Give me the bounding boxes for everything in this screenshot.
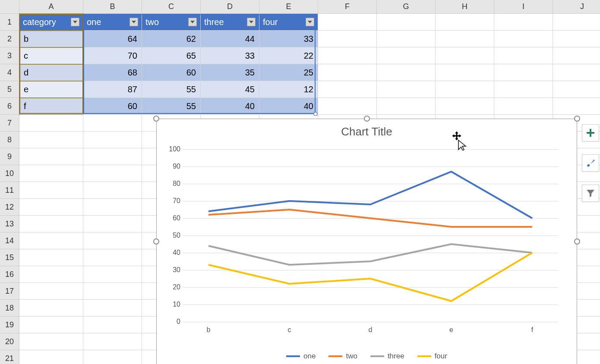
cell[interactable]	[83, 266, 142, 283]
cell[interactable]: 60	[142, 64, 201, 81]
cell[interactable]	[19, 283, 83, 300]
cell[interactable]	[377, 31, 436, 47]
cell[interactable]	[83, 115, 142, 132]
cell[interactable]	[377, 98, 436, 115]
cell[interactable]	[318, 64, 377, 81]
cell[interactable]	[83, 199, 142, 216]
row-header-4[interactable]: 4	[0, 64, 19, 81]
cell[interactable]: category	[19, 14, 83, 31]
cell[interactable]	[377, 47, 436, 64]
cell[interactable]	[377, 64, 436, 81]
chart-handle[interactable]	[574, 238, 580, 245]
cell[interactable]	[553, 64, 600, 81]
col-header-I[interactable]: I	[494, 0, 553, 14]
cell[interactable]	[494, 31, 553, 47]
cell[interactable]: 33	[201, 47, 259, 64]
row-header-2[interactable]: 2	[0, 31, 19, 47]
chart-handle[interactable]	[153, 116, 159, 122]
cell[interactable]: c	[19, 47, 83, 64]
cell[interactable]	[436, 81, 494, 98]
cell[interactable]	[83, 182, 142, 199]
chart-title[interactable]: Chart Title	[157, 119, 577, 138]
cell[interactable]: 35	[201, 64, 259, 81]
cell[interactable]	[553, 98, 600, 115]
series-line-two[interactable]	[208, 210, 532, 227]
cell[interactable]	[83, 165, 142, 182]
filter-dropdown-button[interactable]	[188, 18, 197, 26]
cell[interactable]	[19, 266, 83, 283]
cell[interactable]: 62	[142, 31, 201, 47]
cell[interactable]: one	[83, 14, 142, 31]
cell[interactable]	[19, 182, 83, 199]
cell[interactable]	[494, 14, 553, 31]
chart-legend[interactable]: onetwothreefour	[157, 352, 577, 361]
row-header-10[interactable]: 10	[0, 165, 19, 182]
cell[interactable]: 65	[142, 47, 201, 64]
chart-filters-button[interactable]	[582, 185, 599, 202]
cell[interactable]	[83, 132, 142, 148]
cell[interactable]	[19, 300, 83, 317]
cell[interactable]	[83, 333, 142, 350]
cell[interactable]	[494, 81, 553, 98]
series-line-three[interactable]	[208, 244, 532, 265]
row-header-17[interactable]: 17	[0, 283, 19, 300]
cell[interactable]: three	[201, 14, 259, 31]
legend-item-four[interactable]: four	[417, 352, 447, 361]
cell[interactable]	[318, 81, 377, 98]
cell[interactable]	[436, 98, 494, 115]
col-header-H[interactable]: H	[436, 0, 494, 14]
cell[interactable]	[19, 333, 83, 350]
cell[interactable]: 55	[142, 98, 201, 115]
cell[interactable]	[83, 232, 142, 249]
cell[interactable]: four	[259, 14, 318, 31]
cell[interactable]	[83, 148, 142, 165]
chart-elements-button[interactable]	[582, 124, 599, 141]
cell[interactable]: b	[19, 31, 83, 47]
chart-handle[interactable]	[574, 116, 580, 122]
row-header-19[interactable]: 19	[0, 317, 19, 333]
cell[interactable]	[19, 165, 83, 182]
cell[interactable]: 68	[83, 64, 142, 81]
cell[interactable]	[19, 350, 83, 364]
select-all-corner[interactable]	[0, 0, 19, 14]
col-header-B[interactable]: B	[83, 0, 142, 14]
cell[interactable]: 87	[83, 81, 142, 98]
cell[interactable]	[19, 216, 83, 232]
col-header-D[interactable]: D	[201, 0, 259, 14]
cell[interactable]: 22	[259, 47, 318, 64]
col-header-J[interactable]: J	[553, 0, 600, 14]
legend-item-one[interactable]: one	[286, 352, 316, 361]
chart-styles-button[interactable]	[582, 154, 599, 172]
cell[interactable]	[553, 81, 600, 98]
cell[interactable]: 64	[83, 31, 142, 47]
cell[interactable]	[83, 317, 142, 333]
legend-item-two[interactable]: two	[328, 352, 357, 361]
row-header-5[interactable]: 5	[0, 81, 19, 98]
cell[interactable]	[318, 47, 377, 64]
col-header-G[interactable]: G	[377, 0, 436, 14]
filter-dropdown-button[interactable]	[71, 18, 79, 26]
legend-item-three[interactable]: three	[370, 352, 404, 361]
row-header-7[interactable]: 7	[0, 115, 19, 132]
row-header-3[interactable]: 3	[0, 47, 19, 64]
cell[interactable]	[377, 14, 436, 31]
cell[interactable]	[553, 14, 600, 31]
series-line-four[interactable]	[208, 253, 532, 301]
cell[interactable]: d	[19, 64, 83, 81]
chart-plot-area[interactable]	[183, 149, 558, 322]
col-header-A[interactable]: A	[19, 0, 83, 14]
cell[interactable]: 40	[259, 98, 318, 115]
col-header-F[interactable]: F	[318, 0, 377, 14]
filter-dropdown-button[interactable]	[247, 18, 256, 26]
cell[interactable]	[494, 64, 553, 81]
cell[interactable]: 44	[201, 31, 259, 47]
cell[interactable]	[83, 249, 142, 266]
chart-handle[interactable]	[153, 238, 159, 245]
cell[interactable]: 33	[259, 31, 318, 47]
row-header-11[interactable]: 11	[0, 182, 19, 199]
cell[interactable]: 70	[83, 47, 142, 64]
filter-dropdown-button[interactable]	[306, 18, 314, 26]
cell[interactable]	[19, 249, 83, 266]
cell[interactable]	[553, 47, 600, 64]
filter-dropdown-button[interactable]	[129, 18, 138, 26]
